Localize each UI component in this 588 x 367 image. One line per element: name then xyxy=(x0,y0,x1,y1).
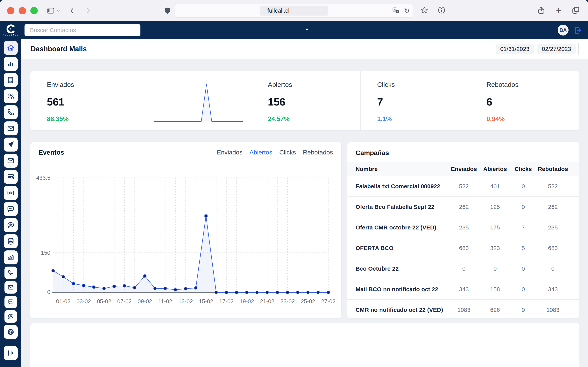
tab-overview-icon[interactable] xyxy=(571,6,580,15)
campaign-metric: 175 xyxy=(478,224,511,231)
stat-enviados: Enviados56188.35% xyxy=(30,71,251,130)
campaign-metric: 343 xyxy=(449,286,478,292)
back-icon[interactable] xyxy=(69,7,76,14)
sidebar-item-templates[interactable] xyxy=(4,170,18,184)
campaign-metric: 0 xyxy=(511,307,535,313)
sidebar-item-voice-alt[interactable] xyxy=(4,310,17,323)
sidebar-item-chat[interactable] xyxy=(4,202,18,216)
url-bar[interactable]: fullcall.cl A a ↻ xyxy=(175,4,413,18)
campaign-metric: 323 xyxy=(478,245,511,251)
sidebar-item-voice-messages[interactable] xyxy=(4,218,18,232)
campaign-name: Mail BCO no notificado oct 22 xyxy=(355,286,449,292)
campaign-metric: 522 xyxy=(449,183,478,190)
table-row[interactable]: Oferta CMR octobre 22 (VED)2351757235 xyxy=(347,217,579,238)
sidebar-item-calls[interactable] xyxy=(4,105,18,119)
page-title: Dashboard Mails xyxy=(31,45,87,53)
svg-text:07-02: 07-02 xyxy=(117,298,132,304)
date-start-input[interactable]: 01/31/2023 xyxy=(496,44,534,54)
svg-text:17-02: 17-02 xyxy=(219,298,233,304)
star-icon[interactable] xyxy=(420,6,429,14)
brand-text: FULLCALL xyxy=(3,34,18,36)
column-header-clicks: Clicks xyxy=(511,166,535,172)
sidebar-item-analytics[interactable] xyxy=(4,57,18,71)
voice-bubble-icon xyxy=(7,221,15,229)
forward-icon[interactable] xyxy=(84,7,92,14)
svg-text:09-02: 09-02 xyxy=(138,298,152,304)
browser-chrome: fullcall.cl A a ↻ xyxy=(0,0,588,21)
svg-text:150: 150 xyxy=(41,250,50,256)
fullcall-logo-icon xyxy=(6,24,15,33)
new-tab-icon[interactable]: + xyxy=(556,6,561,15)
logout-icon[interactable] xyxy=(573,26,583,35)
clipboard-check-icon xyxy=(7,76,15,84)
eventos-tabs: EnviadosAbiertosClicksRebotados xyxy=(217,149,333,156)
sidebar-item-calls-alt[interactable] xyxy=(4,267,17,279)
chevron-down-icon[interactable] xyxy=(56,8,61,13)
app-logo[interactable]: FULLCALL xyxy=(0,24,21,36)
table-row[interactable]: OFERTA BCO6833235683 xyxy=(347,238,579,259)
campaign-name: Oferta Bco Falabella Sept 22 xyxy=(355,204,449,210)
sidebar-item-chat-alt[interactable] xyxy=(4,296,17,308)
column-header-abiertos: Abiertos xyxy=(478,166,511,172)
date-end-input[interactable]: 02/27/2023 xyxy=(537,44,576,54)
sidebar-item-contacts[interactable] xyxy=(4,89,18,103)
share-icon[interactable] xyxy=(537,5,546,15)
tab-rebotados[interactable]: Rebotados xyxy=(303,149,333,156)
bottom-empty-card xyxy=(30,323,579,367)
shield-icon[interactable] xyxy=(163,6,172,15)
campaign-metric: 683 xyxy=(535,245,571,251)
app-topbar: FULLCALL BA xyxy=(0,21,588,39)
eventos-title: Eventos xyxy=(39,149,64,156)
browser-window: fullcall.cl A a ↻ xyxy=(0,0,588,367)
sidebar-item-forms[interactable] xyxy=(4,73,18,87)
tab-clicks[interactable]: Clicks xyxy=(279,149,296,156)
table-row[interactable]: Falabella txt Comercial 0809225224010522 xyxy=(347,176,579,197)
sidebar-item-mail-alt[interactable] xyxy=(4,281,17,293)
campaign-metric: 626 xyxy=(478,307,511,313)
line-chart: 433.5150001-0203-0205-0207-0209-0211-021… xyxy=(33,166,336,319)
table-row[interactable]: Bco Octubre 220000 xyxy=(347,259,579,279)
info-icon[interactable] xyxy=(437,6,446,14)
sidebar-item-home[interactable] xyxy=(4,41,18,55)
topbar-dot xyxy=(306,29,308,30)
sidebar xyxy=(0,39,21,367)
stat-value: 7 xyxy=(377,96,466,108)
sidebar-item-reports[interactable] xyxy=(4,250,18,264)
table-row[interactable]: Oferta Bco Falabella Sept 222621250262 xyxy=(347,197,579,217)
svg-text:21-02: 21-02 xyxy=(260,298,274,304)
stat-value: 6 xyxy=(486,96,575,108)
stats-card: Enviados56188.35%Abiertos15624.57%Clicks… xyxy=(30,71,579,131)
reload-icon[interactable]: ↻ xyxy=(404,7,410,15)
stat-percent: 0.94% xyxy=(486,115,575,123)
avatar[interactable]: BA xyxy=(558,25,569,35)
svg-text:19-02: 19-02 xyxy=(240,298,254,304)
tab-abiertos[interactable]: Abiertos xyxy=(250,149,272,156)
campaign-metric: 522 xyxy=(535,183,571,190)
tab-enviados[interactable]: Enviados xyxy=(217,149,242,156)
sidebar-toggle-icon[interactable] xyxy=(47,7,55,15)
close-window-button[interactable] xyxy=(7,7,14,14)
bar-chart-icon xyxy=(7,60,15,68)
campaign-metric: 343 xyxy=(535,286,571,292)
campaign-metric: 7 xyxy=(511,224,535,231)
sidebar-item-logout[interactable] xyxy=(4,346,18,360)
table-row[interactable]: Mail BCO no notificado oct 223431580343 xyxy=(347,279,579,300)
search-input[interactable] xyxy=(25,24,140,36)
sidebar-item-campaign-send[interactable] xyxy=(4,138,18,151)
translate-icon[interactable]: A a xyxy=(392,7,400,15)
campaign-name: Bco Octubre 22 xyxy=(355,265,449,272)
sidebar-item-mail[interactable] xyxy=(4,121,18,135)
zoom-window-button[interactable] xyxy=(30,7,38,14)
minimize-window-button[interactable] xyxy=(19,7,26,14)
sidebar-item-database[interactable] xyxy=(4,234,18,248)
stat-clicks: Clicks71.1% xyxy=(360,71,470,130)
phone-icon xyxy=(7,269,14,276)
svg-text:15-02: 15-02 xyxy=(199,298,213,304)
sidebar-item-mail-campaigns[interactable] xyxy=(4,154,18,168)
campaign-metric: 262 xyxy=(535,204,571,210)
campaign-name: Falabella txt Comercial 080922 xyxy=(355,183,449,190)
table-row[interactable]: CMR no notificado oct 22 (VED)1083626010… xyxy=(347,300,579,318)
sidebar-item-settings[interactable] xyxy=(4,325,18,339)
sidebar-item-monitoring[interactable] xyxy=(4,186,18,200)
stat-percent: 1.1% xyxy=(377,115,466,123)
